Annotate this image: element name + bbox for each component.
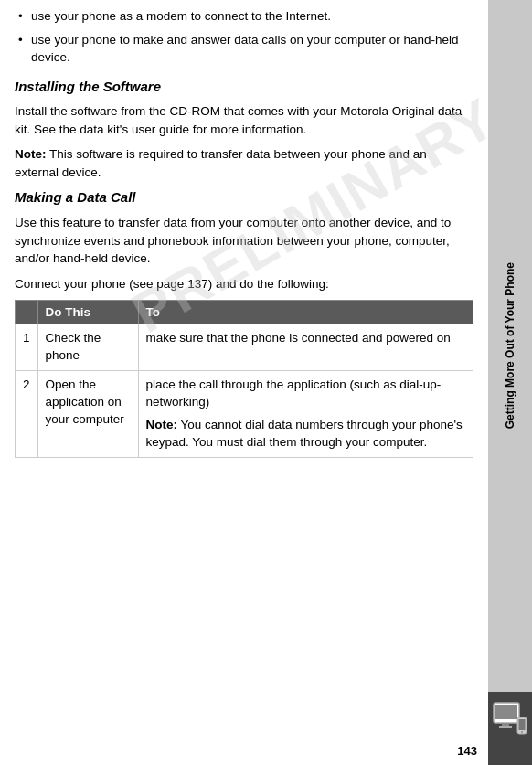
row-1-do: Check the phone [37,324,138,371]
row-2-to: place the call through the application (… [138,370,473,457]
datacall-body: Use this feature to transfer data from y… [15,214,473,268]
connect-text: Connect your phone (see page 137) and do… [15,275,473,293]
bullet-text-2: use your phone to make and answer data c… [31,33,459,65]
col-header-to: To [138,301,473,324]
note-label-1: Note: [15,147,47,161]
note-label-2: Note: [146,418,178,431]
installing-body: Install the software from the CD-ROM tha… [15,102,473,138]
list-item: use your phone to make and answer data c… [15,31,473,67]
section-heading-installing: Installing the Software [15,78,473,96]
row-1-to: make sure that the phone is connected an… [138,324,473,371]
row-2-do: Open the application on your computer [37,370,138,457]
phone-computer-icon [492,701,528,756]
bullet-text-1: use your phone as a modem to connect to … [31,9,331,23]
sidebar-image [488,692,532,765]
page-container: PRELIMINARY use your phone as a modem to… [0,0,532,765]
sidebar-tab-text: Getting More Out of Your Phone [504,262,516,429]
installing-note: Note: This software is required to trans… [15,145,473,181]
row-2-num: 2 [16,370,38,457]
list-item: use your phone as a modem to connect to … [15,7,473,26]
svg-rect-1 [495,705,517,719]
row-2-note: Note: You cannot dial data numbers throu… [146,417,465,452]
table-row: 1 Check the phone make sure that the pho… [16,324,473,371]
svg-point-6 [521,731,523,733]
page-number: 143 [457,744,477,758]
section-heading-datacall: Making a Data Call [15,188,473,207]
table-header-row: Do This To [16,301,473,324]
col-header-do: Do This [37,301,138,324]
right-sidebar: Getting More Out of Your Phone [488,0,532,765]
row-2-to-text: place the call through the application (… [146,377,442,409]
data-table: Do This To 1 Check the phone make sure t… [15,300,473,457]
row-1-num: 1 [16,324,38,371]
bullet-list: use your phone as a modem to connect to … [15,7,473,67]
svg-rect-5 [519,719,526,730]
note-content-2: You cannot dial data numbers through you… [146,418,463,449]
note-content-1: This software is required to transfer da… [15,147,427,179]
svg-rect-3 [499,726,512,728]
svg-rect-2 [502,723,509,726]
table-row: 2 Open the application on your computer … [16,370,473,457]
main-content: use your phone as a modem to connect to … [0,0,488,765]
col-header-num [16,301,38,324]
sidebar-tab: Getting More Out of Your Phone [488,0,532,692]
